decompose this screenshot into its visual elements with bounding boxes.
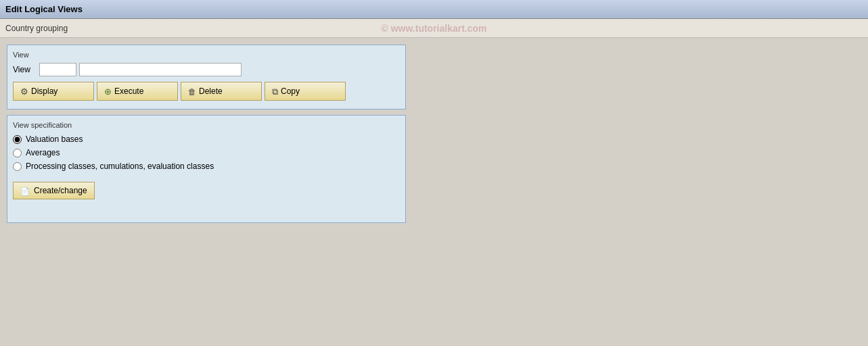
display-button[interactable]: Display — [13, 82, 94, 101]
copy-button[interactable]: Copy — [265, 82, 346, 101]
view-input-long[interactable] — [79, 63, 242, 76]
delete-button[interactable]: Delete — [181, 82, 262, 101]
create-change-button[interactable]: Create/change — [13, 182, 95, 199]
radio-processing-classes[interactable]: Processing classes, cumulations, evaluat… — [13, 162, 400, 171]
radio-valuation-bases[interactable]: Valuation bases — [13, 134, 400, 144]
delete-icon — [188, 86, 196, 97]
view-panel-title: View — [13, 51, 400, 59]
view-input-short[interactable] — [39, 63, 76, 76]
radio-group: Valuation bases Averages Processing clas… — [13, 134, 400, 171]
copy-button-label: Copy — [281, 86, 300, 96]
radio-processing-classes-label: Processing classes, cumulations, evaluat… — [26, 162, 214, 171]
execute-button[interactable]: Execute — [97, 82, 178, 101]
title-bar: Edit Logical Views — [0, 0, 868, 19]
execute-icon — [104, 86, 112, 97]
watermark: © www.tutorialkart.com — [381, 23, 486, 34]
radio-valuation-bases-label: Valuation bases — [26, 134, 83, 144]
spec-panel: View specification Valuation bases Avera… — [7, 115, 406, 223]
create-icon — [20, 185, 30, 196]
execute-button-label: Execute — [114, 86, 143, 96]
radio-processing-classes-input[interactable] — [13, 162, 22, 171]
radio-averages-label: Averages — [26, 148, 60, 157]
view-panel: View View Display Execute Delete Copy — [7, 45, 406, 109]
copy-icon — [272, 86, 278, 97]
create-change-button-label: Create/change — [34, 186, 87, 195]
spec-panel-title: View specification — [13, 121, 400, 129]
radio-averages-input[interactable] — [13, 149, 22, 157]
subtitle-bar: Country grouping © www.tutorialkart.com — [0, 19, 868, 38]
display-button-label: Display — [31, 86, 58, 96]
buttons-row: Display Execute Delete Copy — [13, 82, 400, 101]
radio-valuation-bases-input[interactable] — [13, 135, 22, 144]
delete-button-label: Delete — [199, 86, 223, 96]
display-icon — [20, 86, 28, 97]
radio-averages[interactable]: Averages — [13, 148, 400, 157]
title-text: Edit Logical Views — [5, 4, 83, 14]
subtitle-text: Country grouping — [5, 24, 68, 33]
view-row: View — [13, 63, 400, 76]
main-area: View View Display Execute Delete Copy — [0, 38, 868, 230]
view-label: View — [13, 65, 37, 74]
